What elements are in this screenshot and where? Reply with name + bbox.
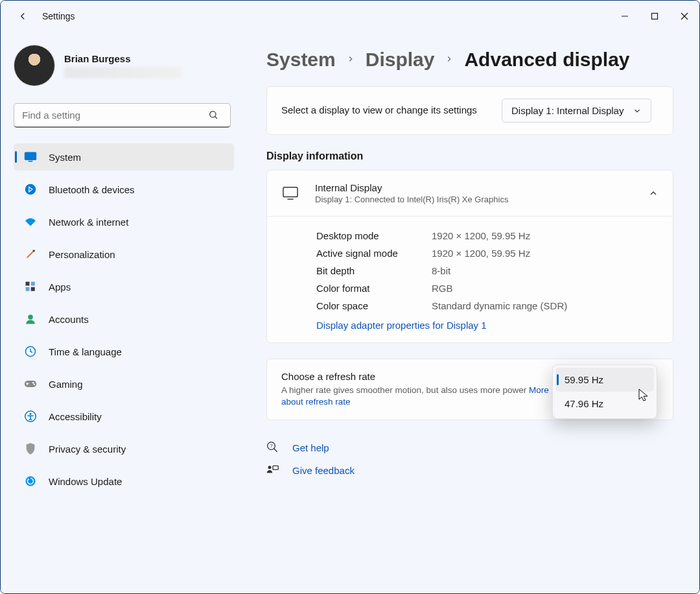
select-display-label: Select a display to view or change its s…	[281, 104, 489, 117]
refresh-option-label: 59.95 Hz	[565, 374, 603, 385]
sidebar-item-network[interactable]: Network & internet	[14, 208, 234, 235]
sidebar-item-gaming[interactable]: Gaming	[14, 370, 234, 398]
svg-text:?: ?	[270, 443, 272, 449]
svg-rect-13	[31, 287, 35, 291]
display-name: Internal Display	[315, 182, 633, 193]
help-icon: ?	[266, 441, 281, 454]
refresh-option-4796[interactable]: 47.96 Hz	[555, 392, 654, 416]
main-content: System Display Advanced display Select a…	[247, 32, 699, 593]
chevron-down-icon	[633, 106, 642, 115]
maximize-button[interactable]	[640, 3, 670, 29]
svg-point-8	[25, 184, 36, 195]
minimize-icon	[621, 12, 629, 20]
avatar	[14, 45, 55, 86]
svg-line-5	[215, 117, 217, 119]
feedback-icon	[266, 464, 281, 476]
bluetooth-icon	[24, 183, 37, 196]
sidebar-item-label: Gaming	[49, 379, 83, 390]
info-row-desktop-mode: Desktop mode 1920 × 1200, 59.95 Hz	[316, 227, 659, 244]
svg-point-20	[30, 413, 32, 415]
refresh-sub-text: A higher rate gives smoother motion, but…	[281, 385, 529, 395]
update-icon	[24, 475, 37, 488]
shield-icon	[24, 442, 37, 455]
refresh-option-5995[interactable]: 59.95 Hz	[555, 368, 654, 392]
svg-point-17	[32, 382, 34, 384]
search-input[interactable]	[14, 103, 231, 128]
svg-point-4	[210, 112, 216, 117]
system-icon	[24, 150, 37, 163]
sidebar-item-label: Personalization	[49, 249, 115, 260]
svg-rect-10	[26, 282, 30, 286]
info-row-bit-depth: Bit depth 8-bit	[316, 262, 659, 279]
display-info-card: Internal Display Display 1: Connected to…	[266, 170, 673, 343]
close-icon	[681, 12, 688, 20]
refresh-option-label: 47.96 Hz	[565, 398, 603, 409]
gamepad-icon	[24, 377, 37, 390]
display-info-header[interactable]: Internal Display Display 1: Connected to…	[267, 171, 673, 216]
info-row-color-format: Color format RGB	[316, 279, 659, 297]
sidebar-item-time-language[interactable]: Time & language	[14, 338, 234, 365]
window-title: Settings	[42, 11, 75, 21]
info-value: 1920 × 1200, 59.95 Hz	[432, 248, 530, 259]
chevron-right-icon	[346, 54, 355, 65]
sidebar-item-accounts[interactable]: Accounts	[14, 305, 234, 333]
sidebar-item-label: Time & language	[49, 346, 122, 357]
get-help-label: Get help	[292, 442, 329, 453]
dropdown-value: Display 1: Internal Display	[511, 105, 624, 116]
sidebar-item-system[interactable]: System	[14, 143, 234, 171]
svg-rect-1	[652, 14, 658, 19]
info-value: 8-bit	[432, 265, 450, 276]
user-name: Brian Burgess	[64, 53, 181, 64]
svg-point-14	[28, 315, 33, 320]
refresh-rate-subtext: A higher rate gives smoother motion, but…	[281, 385, 560, 408]
select-display-dropdown[interactable]: Display 1: Internal Display	[502, 99, 651, 123]
sidebar-item-label: Network & internet	[49, 217, 128, 228]
refresh-rate-card: Choose a refresh rate A higher rate give…	[266, 359, 673, 420]
svg-rect-12	[26, 287, 30, 291]
maximize-icon	[651, 12, 659, 20]
search-icon	[208, 110, 218, 122]
sidebar-item-bluetooth[interactable]: Bluetooth & devices	[14, 176, 234, 203]
minimize-button[interactable]	[610, 3, 640, 29]
sidebar-item-label: Accounts	[49, 314, 89, 325]
refresh-rate-dropdown-popup: 59.95 Hz 47.96 Hz	[552, 364, 657, 419]
info-key: Color format	[316, 283, 432, 294]
get-help-link[interactable]: ? Get help	[266, 436, 673, 459]
svg-point-18	[34, 384, 36, 386]
info-value: Standard dynamic range (SDR)	[432, 300, 567, 311]
breadcrumb-system[interactable]: System	[266, 49, 336, 71]
breadcrumb: System Display Advanced display	[266, 49, 673, 71]
sidebar-item-apps[interactable]: Apps	[14, 273, 234, 300]
sidebar-item-accessibility[interactable]: Accessibility	[14, 403, 234, 430]
give-feedback-link[interactable]: Give feedback	[266, 459, 673, 481]
svg-point-26	[268, 466, 272, 469]
select-display-card: Select a display to view or change its s…	[266, 86, 673, 135]
sidebar-item-windows-update[interactable]: Windows Update	[14, 468, 234, 495]
arrow-left-icon	[17, 10, 29, 22]
apps-icon	[24, 280, 37, 293]
back-button[interactable]	[15, 10, 30, 22]
sidebar-item-personalization[interactable]: Personalization	[14, 241, 234, 268]
sidebar-item-label: Privacy & security	[49, 444, 126, 455]
info-value: RGB	[432, 283, 453, 294]
sidebar-item-privacy[interactable]: Privacy & security	[14, 435, 234, 462]
sidebar-item-label: System	[49, 152, 81, 163]
user-block[interactable]: Brian Burgess	[14, 45, 237, 86]
wifi-icon	[24, 215, 37, 228]
close-button[interactable]	[670, 3, 699, 29]
adapter-properties-link[interactable]: Display adapter properties for Display 1	[316, 315, 487, 331]
paintbrush-icon	[24, 248, 37, 261]
accessibility-icon	[24, 410, 37, 423]
info-row-active-signal: Active signal mode 1920 × 1200, 59.95 Hz	[316, 244, 659, 262]
sidebar-item-label: Apps	[49, 281, 71, 292]
svg-rect-6	[25, 152, 36, 161]
give-feedback-label: Give feedback	[292, 465, 355, 476]
svg-rect-27	[273, 466, 278, 470]
breadcrumb-current: Advanced display	[464, 49, 629, 71]
info-key: Bit depth	[316, 265, 432, 276]
sidebar-item-label: Accessibility	[49, 411, 102, 422]
display-subtext: Display 1: Connected to Intel(R) Iris(R)…	[315, 195, 633, 204]
breadcrumb-display[interactable]: Display	[366, 49, 435, 71]
titlebar: Settings	[1, 1, 699, 32]
user-email-blurred	[64, 67, 181, 78]
